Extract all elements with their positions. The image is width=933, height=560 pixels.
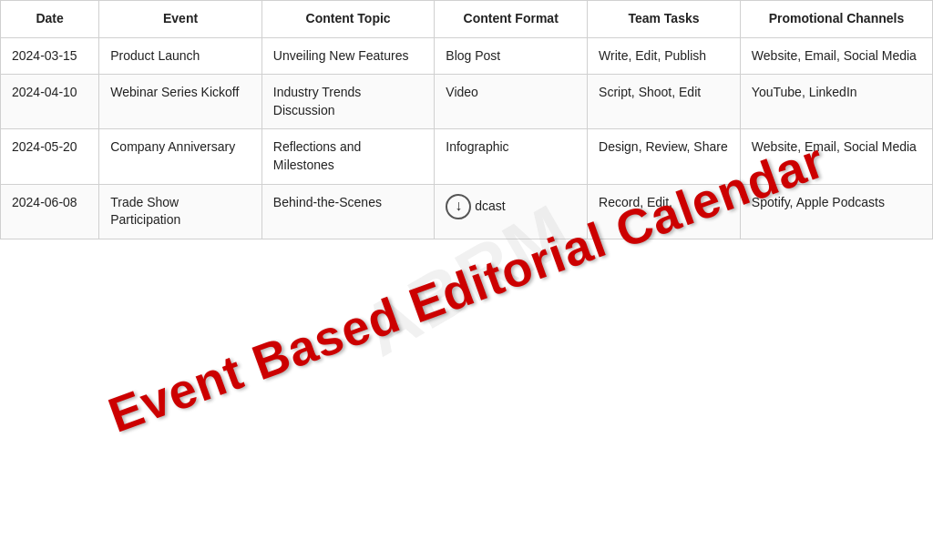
cell-promotional-channels: YouTube, LinkedIn xyxy=(740,75,932,129)
cell-content-format: Blog Post xyxy=(435,37,588,75)
cell-content-topic: Industry Trends Discussion xyxy=(261,75,434,129)
cell-event: Webinar Series Kickoff xyxy=(99,75,262,129)
cell-team-tasks: Record, Edit, xyxy=(588,184,741,239)
header-event: Event xyxy=(99,1,262,38)
cell-promotional-channels: Website, Email, Social Media xyxy=(740,129,932,184)
table-row: 2024-06-08Trade Show ParticipationBehind… xyxy=(1,184,933,239)
table-row: 2024-04-10Webinar Series KickoffIndustry… xyxy=(1,75,933,129)
cell-date: 2024-05-20 xyxy=(1,129,99,184)
page-wrapper: ABRM Event Based Editorial Calendar Date… xyxy=(0,0,933,560)
table-row: 2024-05-20Company AnniversaryReflections… xyxy=(1,129,933,184)
cell-event: Company Anniversary xyxy=(99,129,262,184)
cell-date: 2024-04-10 xyxy=(1,75,99,129)
header-promotional-channels: Promotional Channels xyxy=(740,1,932,38)
editorial-calendar-table: Date Event Content Topic Content Format … xyxy=(0,0,933,239)
cell-content-topic: Behind-the-Scenes xyxy=(261,184,434,239)
header-team-tasks: Team Tasks xyxy=(588,1,741,38)
cell-promotional-channels: Website, Email, Social Media xyxy=(740,37,932,75)
cell-content-topic: Reflections and Milestones xyxy=(261,129,434,184)
cell-event: Product Launch xyxy=(99,37,262,75)
cell-content-format: ↓dcast xyxy=(435,184,588,239)
header-content-topic: Content Topic xyxy=(261,1,434,38)
header-content-format: Content Format xyxy=(435,1,588,38)
header-date: Date xyxy=(1,1,99,38)
cell-content-format: Video xyxy=(435,75,588,129)
cell-date: 2024-03-15 xyxy=(1,37,99,75)
table-header-row: Date Event Content Topic Content Format … xyxy=(1,1,933,38)
cell-team-tasks: Write, Edit, Publish xyxy=(588,37,741,75)
cell-event: Trade Show Participation xyxy=(99,184,262,239)
cell-team-tasks: Script, Shoot, Edit xyxy=(588,75,741,129)
download-icon[interactable]: ↓ xyxy=(446,194,471,219)
cell-content-format: Infographic xyxy=(435,129,588,184)
cell-team-tasks: Design, Review, Share xyxy=(588,129,741,184)
cell-promotional-channels: Spotify, Apple Podcasts xyxy=(740,184,932,239)
cell-date: 2024-06-08 xyxy=(1,184,99,239)
table-row: 2024-03-15Product LaunchUnveiling New Fe… xyxy=(1,37,933,75)
cell-content-topic: Unveiling New Features xyxy=(261,37,434,75)
